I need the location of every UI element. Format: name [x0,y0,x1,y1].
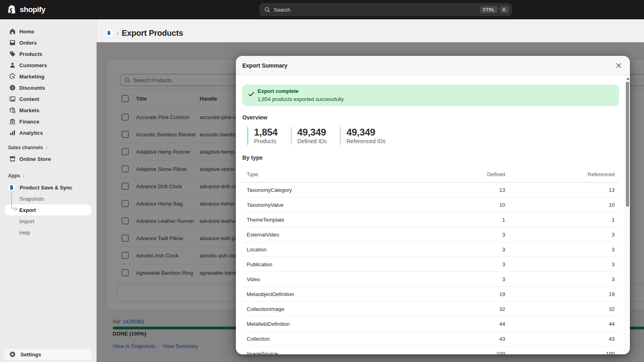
modal-header: Export Summary [236,56,630,75]
breadcrumb-chevron-icon: › [117,30,118,36]
sidebar-item-snapshots[interactable]: Snapshots [5,193,91,204]
type-name: ExternalVideo [247,232,425,238]
products-icon [9,50,16,58]
type-name: TaxonomyValue [247,202,425,208]
defined-count: 44 [425,321,505,327]
stat-label: Referenced IDs [347,138,386,145]
shopify-bag-icon [7,4,17,15]
sub-item-label: Export [19,207,36,213]
by-type-table-header: Type Defined Referenced [242,167,619,183]
export-summary-modal: Export Summary Export complete 1,854 pro… [236,56,630,354]
sidebar-item-label: Orders [19,40,37,46]
sidebar-item-home[interactable]: Home [5,26,91,37]
referenced-count: 13 [505,187,615,193]
sidebar-section-apps[interactable]: Apps › [0,170,96,181]
referenced-count: 44 [505,321,615,327]
sidebar-item-finance[interactable]: Finance [5,116,91,127]
markets-icon: $ [9,107,16,114]
close-icon[interactable] [613,60,624,71]
sidebar-item-orders[interactable]: Orders [5,37,91,48]
by-type-row: ExternalVideo 3 3 [242,227,619,242]
sidebar-item-label: Discounts [19,85,45,91]
online-store-icon [9,155,16,162]
sidebar-item-settings[interactable]: Settings [4,349,92,360]
product-save-sync-app-icon [8,184,16,191]
overview-heading: Overview [242,113,619,121]
chevron-right-icon: › [23,173,25,178]
scrollbar-thumb[interactable] [626,82,629,207]
shopify-wordmark: shopify [20,5,45,14]
global-search-bar[interactable]: Search CTRL K [260,3,512,16]
sidebar-item-analytics[interactable]: Analytics [5,127,91,138]
referenced-count: 32 [505,306,615,312]
scrollbar-up-arrow[interactable] [626,78,630,80]
sidebar-item-label: Content [19,96,39,102]
defined-count: 43 [425,336,505,342]
apps-label: Apps [8,173,20,179]
referenced-count: 3 [505,261,615,267]
column-header-defined: Defined [425,171,505,177]
sidebar-item-customers[interactable]: Customers [5,60,91,71]
sales-channels-label: Sales channels [8,145,43,150]
referenced-count: 19 [505,291,615,297]
settings-gear-icon [9,351,16,358]
orders-icon [9,39,16,46]
search-icon [264,6,270,13]
sidebar-item-label: Analytics [19,130,43,136]
sidebar-item-label: Customers [19,62,47,68]
by-type-row: TaxonomyValue 10 10 [242,197,619,212]
sidebar-item-label: Marketing [19,74,44,80]
stat-value: 49,349 [297,127,327,138]
by-type-row: MetafieldDefinition 44 44 [242,317,619,331]
sidebar-item-product-save-sync[interactable]: Product Save & Sync [5,182,91,193]
referenced-count: 43 [505,336,615,342]
sidebar-item-import[interactable]: Import [5,216,91,227]
sidebar-item-content[interactable]: Content [5,93,91,105]
modal-body: Export complete 1,854 products exported … [236,75,630,354]
defined-count: 3 [425,276,505,282]
defined-count: 1 [425,217,505,223]
type-name: Video [247,276,425,282]
type-name: MetafieldDefinition [247,321,425,327]
modal-scrollbar[interactable] [625,75,630,354]
stat-defined-ids: 49,349 Defined IDs [291,127,327,145]
sidebar-item-label: Markets [19,107,39,113]
sub-item-label: Import [19,218,34,224]
by-type-row: MetaobjectDefinition 19 19 [242,287,619,302]
stat-referenced-ids: 49,349 Referenced IDs [340,127,386,145]
type-name: ImageSource [247,351,425,355]
referenced-count: 3 [505,276,615,282]
shortcut-key-k: K [500,6,509,14]
shopify-logo[interactable]: shopify [7,0,45,19]
by-type-row: Publication 3 3 [242,257,619,272]
stat-products: 1,854 Products [247,127,278,145]
type-name: ThemeTemplate [247,217,425,223]
sidebar-section-sales-channels[interactable]: Sales channels › [0,142,96,153]
type-name: MetaobjectDefinition [247,291,425,297]
search-placeholder: Search [274,7,480,13]
stat-value: 49,349 [347,127,386,138]
by-type-row: Collection 43 43 [242,331,619,346]
type-name: CollectionImage [247,306,425,312]
sidebar-item-markets[interactable]: $ Markets [5,105,91,116]
page-header: › Export Products [97,19,644,42]
by-type-row: ImageSource 100 100 [242,346,619,354]
sidebar-item-marketing[interactable]: Marketing [5,71,91,82]
sidebar-item-label: Home [19,29,34,35]
sidebar-item-discounts[interactable]: Discounts [5,82,91,93]
sidebar-item-online-store[interactable]: Online Store [5,153,91,165]
type-name: Publication [247,261,425,267]
check-icon [248,92,254,103]
settings-label: Settings [21,352,41,358]
sidebar-item-products[interactable]: Products [5,48,91,60]
by-type-table: Type Defined Referenced TaxonomyCategory… [242,167,619,354]
sub-item-label: Help [19,230,30,236]
page-title: Export Products [122,29,183,38]
column-header-type: Type [247,171,425,177]
app-breadcrumb-icon[interactable] [105,29,114,37]
sub-item-label: Snapshots [19,196,44,202]
sidebar-item-help[interactable]: Help [5,227,91,238]
sidebar-item-label: Finance [19,119,39,125]
sidebar-item-export[interactable]: Export [5,204,91,216]
defined-count: 3 [425,247,505,253]
